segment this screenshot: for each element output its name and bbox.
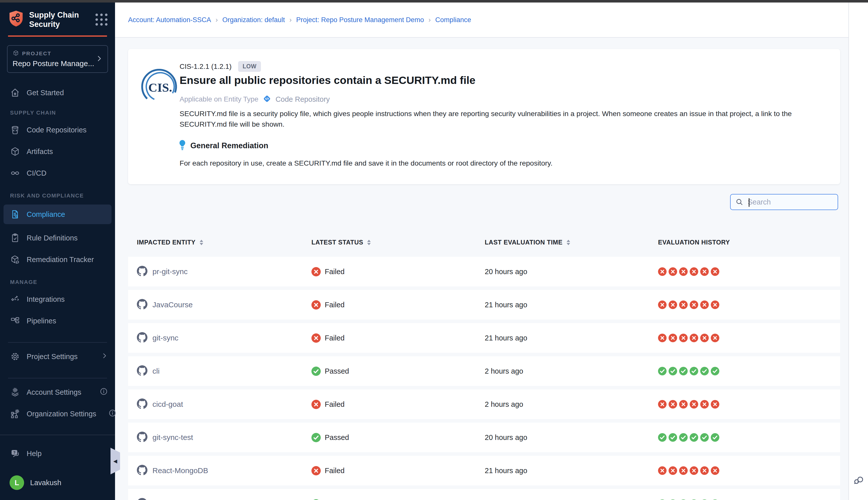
- history-fail-icon: [690, 334, 698, 342]
- sidebar-item-project-settings[interactable]: Project Settings: [0, 349, 115, 364]
- sidebar-item-code-repositories[interactable]: Code Repositories: [0, 122, 115, 138]
- evaluation-history: [658, 356, 719, 386]
- sidebar-item-account-settings[interactable]: Account Settings: [0, 384, 115, 400]
- status-cell: Failed: [311, 257, 345, 286]
- history-fail-icon: [700, 400, 709, 409]
- history-fail-icon: [700, 300, 709, 309]
- github-icon: [137, 299, 148, 310]
- status-icon: [311, 333, 321, 343]
- evaluation-history: [658, 290, 719, 320]
- info-icon[interactable]: [100, 387, 108, 397]
- sidebar-item-remediation-tracker[interactable]: Remediation Tracker: [0, 252, 115, 267]
- sidebar-item-label: Integrations: [27, 295, 65, 304]
- history-fail-icon: [690, 400, 698, 409]
- help-label: Help: [27, 450, 42, 458]
- avatar: L: [10, 475, 24, 490]
- history-pass-icon: [669, 433, 677, 442]
- entity-link[interactable]: git-sync: [137, 323, 178, 353]
- breadcrumb-separator: ›: [289, 16, 292, 24]
- sidebar-item-artifacts[interactable]: Artifacts: [0, 144, 115, 159]
- sidebar-item-label: Pipelines: [27, 317, 56, 325]
- column-header-last-evaluation-time[interactable]: LAST EVALUATION TIME: [485, 239, 570, 246]
- table-row: git-sync Failed 21 hours ago: [128, 323, 840, 353]
- github-icon: [137, 365, 148, 377]
- entity-link[interactable]: JavaCourse: [137, 290, 193, 320]
- history-fail-icon: [669, 334, 677, 342]
- history-fail-icon: [679, 300, 688, 309]
- project-label: PROJECT: [22, 50, 51, 57]
- history-fail-icon: [658, 466, 667, 475]
- history-fail-icon: [700, 466, 709, 475]
- user-name: Lavakush: [30, 479, 61, 487]
- history-fail-icon: [679, 400, 688, 409]
- history-fail-icon: [679, 267, 688, 276]
- sidebar-item-compliance[interactable]: Compliance: [3, 205, 112, 224]
- sidebar-item-cicd[interactable]: CI/CD: [0, 165, 115, 181]
- history-fail-icon: [711, 466, 719, 475]
- table-row: cicd-goat Failed 2 hours ago: [128, 389, 840, 419]
- app-switcher-icon[interactable]: [95, 10, 107, 26]
- status-label: Failed: [325, 400, 345, 409]
- remediation-text: For each repository in use, create a SEC…: [180, 159, 826, 167]
- sidebar-header: Supply Chain Security: [0, 2, 115, 29]
- sidebar-item-integrations[interactable]: Integrations: [0, 292, 115, 307]
- history-fail-icon: [669, 300, 677, 309]
- help-button[interactable]: ? Help: [0, 446, 115, 461]
- integrations-icon: [10, 294, 21, 305]
- column-header-latest-status[interactable]: LATEST STATUS: [311, 239, 371, 246]
- severity-badge: LOW: [238, 61, 261, 72]
- entity-link[interactable]: pr-git-sync: [137, 257, 188, 286]
- cicd-infinity-icon: [10, 168, 21, 179]
- status-icon: [311, 267, 321, 276]
- history-fail-icon: [669, 466, 677, 475]
- status-cell: Failed: [311, 323, 345, 353]
- entity-link[interactable]: React-MongoDB: [137, 456, 208, 486]
- column-header-impacted-entity[interactable]: IMPACTED ENTITY: [137, 239, 203, 246]
- sidebar-item-rule-definitions[interactable]: Rule Definitions: [0, 230, 115, 246]
- supply-chain-security-logo-icon: [8, 10, 24, 28]
- project-selector[interactable]: PROJECT Repo Posture Manage...: [7, 45, 108, 73]
- sidebar-item-organization-settings[interactable]: Organization Settings: [0, 406, 115, 422]
- breadcrumb-item[interactable]: Compliance: [435, 16, 471, 24]
- info-icon[interactable]: [108, 409, 117, 419]
- sidebar-item-label: Get Started: [27, 89, 64, 97]
- history-fail-icon: [690, 300, 698, 309]
- github-icon: [137, 398, 148, 410]
- support-chat-icon[interactable]: [853, 474, 864, 487]
- history-pass-icon: [700, 433, 709, 442]
- rule-description: SECURITY.md file is a security policy fi…: [180, 108, 826, 129]
- breadcrumb-item[interactable]: Organization: default: [222, 16, 285, 24]
- sidebar-footer: ? Help L Lavakush: [0, 435, 115, 500]
- sidebar-section-manage: MANAGE: [0, 279, 115, 285]
- rule-title: Ensure all public repositories contain a…: [180, 74, 795, 87]
- app-title: Supply Chain Security: [29, 10, 90, 29]
- history-pass-icon: [658, 367, 667, 375]
- sidebar-item-label: Project Settings: [27, 353, 78, 361]
- entity-link[interactable]: cicd-goat: [137, 389, 183, 419]
- code-repository-diamond-icon: [263, 94, 271, 104]
- history-fail-icon: [658, 267, 667, 276]
- breadcrumb-separator: ›: [428, 16, 431, 24]
- home-icon: [10, 87, 21, 98]
- sidebar-divider: [8, 342, 107, 343]
- entity-link[interactable]: [137, 489, 152, 500]
- history-pass-icon: [690, 433, 698, 442]
- search-input[interactable]: [748, 198, 842, 206]
- user-menu[interactable]: L Lavakush: [0, 475, 115, 490]
- entity-link[interactable]: cli: [137, 356, 160, 386]
- pipelines-icon: [10, 315, 21, 326]
- table-row: git-sync-test Passed 20 hours ago: [128, 423, 840, 452]
- breadcrumb-item[interactable]: Project: Repo Posture Management Demo: [296, 16, 424, 24]
- sort-icon: [367, 240, 371, 245]
- status-cell: Passed: [311, 423, 349, 452]
- sidebar-item-pipelines[interactable]: Pipelines: [0, 313, 115, 329]
- breadcrumb-item[interactable]: Account: Automation-SSCA: [128, 16, 211, 24]
- entity-name: JavaCourse: [152, 300, 193, 309]
- sidebar-item-get-started[interactable]: Get Started: [0, 85, 115, 101]
- chevron-right-icon: [95, 55, 103, 63]
- entity-link[interactable]: git-sync-test: [137, 423, 193, 452]
- breadcrumb-separator: ›: [216, 16, 218, 24]
- last-evaluation-time: 20 hours ago: [485, 423, 527, 452]
- status-label: Failed: [325, 268, 345, 276]
- org-chart-gear-icon: [10, 408, 21, 419]
